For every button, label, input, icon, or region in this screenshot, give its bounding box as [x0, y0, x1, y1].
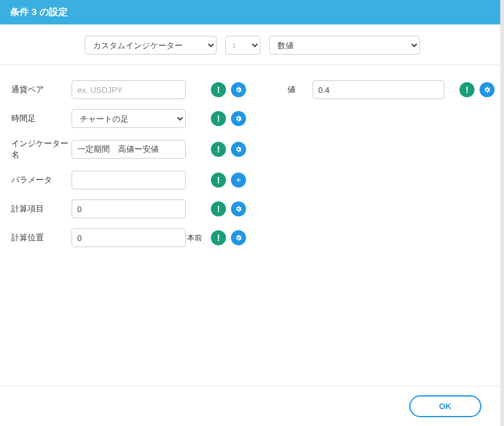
label-value: 値 — [287, 84, 313, 95]
gear-icon[interactable] — [231, 201, 246, 216]
right-type-select[interactable]: 数値 — [269, 36, 420, 55]
row-shift: 計算位置 本前 ! — [11, 228, 262, 247]
row-params: パラメータ ! — [11, 171, 262, 189]
left-column: 通貨ペア ! 時間足 チャートの足 ! — [11, 80, 262, 257]
form-area: 通貨ペア ! 時間足 チャートの足 ! — [0, 65, 504, 257]
dialog-title: 条件 3 の設定 — [10, 6, 68, 17]
plus-icon[interactable] — [231, 173, 246, 188]
gear-icon[interactable] — [231, 230, 246, 245]
input-value[interactable] — [313, 80, 444, 99]
type-selector-row: カスタムインジケーター > 数値 — [0, 24, 504, 65]
dialog-footer: OK — [0, 386, 500, 426]
label-indicator: インジケーター名 — [11, 138, 72, 161]
ok-button[interactable]: OK — [409, 395, 482, 417]
row-timeframe: 時間足 チャートの足 ! — [11, 109, 262, 128]
row-pair: 通貨ペア ! — [11, 80, 262, 99]
info-icon[interactable]: ! — [459, 82, 475, 97]
info-icon[interactable]: ! — [211, 82, 226, 97]
input-pair[interactable] — [72, 80, 186, 99]
info-icon[interactable]: ! — [211, 142, 226, 157]
row-mode: 計算項目 ! — [11, 200, 262, 218]
operator-select[interactable]: > — [225, 36, 260, 55]
input-shift[interactable] — [72, 228, 186, 247]
info-icon[interactable]: ! — [211, 173, 226, 188]
left-type-select[interactable]: カスタムインジケーター — [85, 36, 217, 55]
gear-icon[interactable] — [231, 142, 246, 157]
row-indicator: インジケーター名 ! — [11, 138, 262, 161]
gear-icon[interactable] — [231, 111, 246, 126]
gear-icon[interactable] — [480, 82, 495, 97]
right-column: 値 ! — [287, 80, 495, 257]
label-params: パラメータ — [11, 174, 72, 186]
gear-icon[interactable] — [231, 82, 246, 97]
scrollbar-track[interactable] — [500, 0, 504, 426]
label-timeframe: 時間足 — [11, 113, 72, 124]
select-timeframe[interactable]: チャートの足 — [72, 109, 186, 128]
info-icon[interactable]: ! — [211, 111, 226, 126]
info-icon[interactable]: ! — [211, 230, 226, 245]
suffix-shift: 本前 — [187, 233, 203, 243]
info-icon[interactable]: ! — [211, 201, 226, 216]
label-mode: 計算項目 — [11, 203, 72, 215]
row-value: 値 ! — [287, 80, 495, 99]
label-shift: 計算位置 — [11, 232, 72, 243]
label-pair: 通貨ペア — [11, 84, 72, 95]
input-mode[interactable] — [72, 200, 186, 218]
input-params[interactable] — [72, 171, 186, 189]
dialog-header: 条件 3 の設定 — [0, 0, 504, 24]
input-indicator[interactable] — [72, 140, 186, 159]
